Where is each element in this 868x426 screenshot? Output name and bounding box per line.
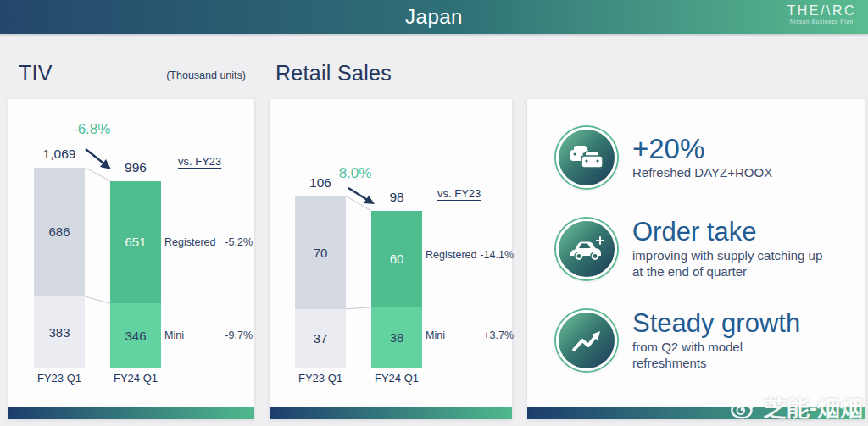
annotation-label: Registered (426, 249, 476, 261)
retail-mini-annotation: Mini +3.7% (426, 329, 514, 341)
segment-value: 37 (314, 331, 328, 346)
retail-total-fy24: 98 (389, 190, 403, 205)
slide-japan: Japan THE/\RC Nissan Business Plan TIV (… (0, 0, 868, 426)
annotation-value: +3.7% (483, 329, 514, 341)
highlight-title: +20% (632, 135, 836, 163)
logo-title: THE/\RC (787, 3, 857, 19)
annotation-value: -9.7% (225, 329, 253, 341)
the-arc-logo: THE/\RC Nissan Business Plan (787, 3, 857, 25)
segment-value: 60 (390, 252, 404, 266)
tiv-total-fy24: 996 (125, 160, 147, 175)
annotation-label: Registered (164, 236, 215, 248)
highlight-row-order-take: Order take improving with supply catchin… (556, 218, 836, 280)
gradient-accent-bar (270, 407, 512, 419)
tiv-fy24-mini-segment: 346 (110, 303, 161, 368)
gradient-accent-bar (8, 407, 254, 419)
highlights-card: +20% Refreshed DAYZ+ROOX Order take (527, 99, 865, 419)
retail-fy23-registered-segment: 70 (295, 196, 346, 309)
segment-value: 651 (125, 235, 146, 249)
tiv-fy24-registered-segment: 651 (110, 181, 161, 304)
car-plus-icon (556, 219, 617, 279)
retail-total-fy23: 106 (309, 175, 331, 191)
tiv-fy23-registered-segment: 686 (34, 168, 85, 296)
axis-label-fy24: FY24 Q1 (110, 372, 161, 385)
segment-value: 70 (314, 246, 328, 260)
tiv-change-pct: -6.8% (73, 121, 110, 138)
retail-vs-fy23-label: vs. FY23 (437, 187, 481, 200)
retail-fy24-mini-segment: 38 (371, 307, 422, 368)
tiv-x-axis (25, 368, 180, 368)
axis-label-fy23: FY23 Q1 (295, 372, 346, 385)
watermark: 芝能-烟烟 (730, 393, 863, 423)
retail-plot: -8.0% vs. FY23 106 70 37 98 60 38 Regist… (270, 99, 512, 368)
tiv-vs-fy23-label: vs. FY23 (178, 155, 221, 168)
retail-registered-annotation: Registered -14.1% (426, 249, 514, 261)
highlight-row-dayz-roox: +20% Refreshed DAYZ+ROOX (556, 126, 836, 189)
tiv-units-label: (Thousand units) (127, 69, 246, 81)
highlight-list: +20% Refreshed DAYZ+ROOX Order take (556, 126, 836, 372)
segment-value: 346 (125, 329, 146, 343)
annotation-label: Mini (164, 329, 184, 341)
segment-value: 686 (48, 224, 70, 239)
watermark-text: 芝能-烟烟 (764, 393, 863, 423)
highlight-text: Order take improving with supply catchin… (632, 218, 836, 280)
retail-fy23-mini-segment: 37 (295, 309, 346, 368)
highlight-subtitle: improving with supply catching up at the… (632, 248, 826, 280)
page-title: Japan (0, 0, 868, 34)
annotation-label: Mini (426, 329, 445, 341)
logo-subtitle: Nissan Business Plan (787, 19, 857, 25)
tiv-bar-fy24: 996 651 346 (110, 160, 161, 368)
highlight-row-steady-growth: Steady growth from Q2 with model refresh… (556, 309, 836, 372)
axis-label-fy23: FY23 Q1 (34, 372, 85, 385)
tiv-plot: -6.8% vs. FY23 1,069 686 383 996 651 346… (8, 99, 254, 368)
highlight-text: +20% Refreshed DAYZ+ROOX (632, 135, 836, 181)
tiv-chart-card: -6.8% vs. FY23 1,069 686 383 996 651 346… (8, 99, 254, 419)
tiv-total-fy23: 1,069 (43, 147, 76, 162)
two-cars-icon (556, 127, 617, 188)
tiv-bar-fy23: 1,069 686 383 (34, 147, 85, 368)
header-bar: Japan THE/\RC Nissan Business Plan (0, 0, 868, 34)
retail-x-axis (287, 368, 437, 368)
retail-section-title: Retail Sales (275, 61, 392, 86)
segment-value: 38 (390, 330, 404, 345)
highlight-subtitle: Refreshed DAYZ+ROOX (632, 165, 836, 181)
tiv-registered-annotation: Registered -5.2% (164, 236, 253, 248)
tiv-fy23-mini-segment: 383 (34, 296, 85, 368)
axis-label-fy24: FY24 Q1 (371, 372, 422, 385)
highlight-title: Order take (632, 218, 836, 246)
tiv-mini-annotation: Mini -9.7% (164, 329, 253, 341)
trend-up-icon (556, 310, 617, 371)
weibo-icon (730, 396, 759, 421)
tiv-section-title: TIV (19, 61, 53, 86)
retail-chart-card: -8.0% vs. FY23 106 70 37 98 60 38 Regist… (270, 99, 512, 419)
annotation-value: -14.1% (480, 249, 514, 261)
highlight-title: Steady growth (632, 309, 836, 338)
highlight-subtitle: from Q2 with model refreshments (632, 340, 802, 372)
retail-fy24-registered-segment: 60 (371, 211, 422, 307)
segment-value: 383 (48, 325, 70, 340)
retail-bar-fy23: 106 70 37 (295, 175, 346, 368)
highlight-text: Steady growth from Q2 with model refresh… (632, 309, 836, 372)
annotation-value: -5.2% (225, 236, 253, 248)
retail-bar-fy24: 98 60 38 (371, 190, 422, 368)
